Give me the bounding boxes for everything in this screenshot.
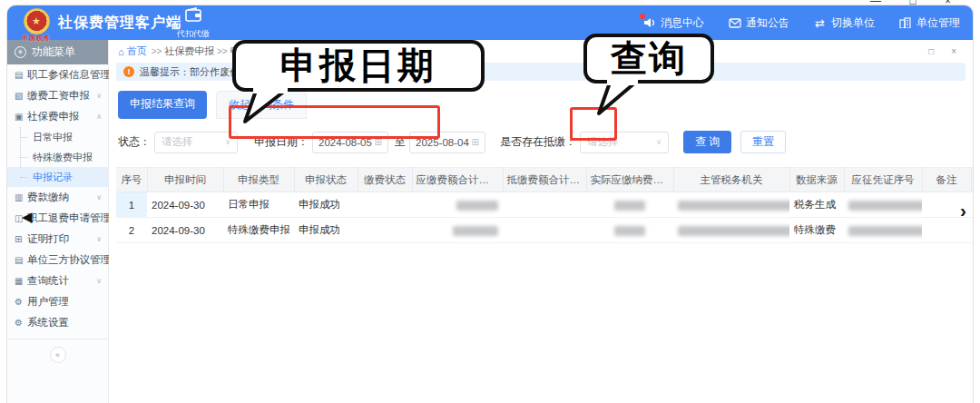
table-cell: 特殊缴费申报 bbox=[223, 218, 294, 243]
chevron-down-icon: ∨ bbox=[96, 92, 102, 100]
query-callout-bubble: 查询 bbox=[583, 34, 714, 84]
sidebar-item-4[interactable]: ▥费款缴纳∨ bbox=[7, 187, 108, 208]
topnav-withholding[interactable]: 代扣代缴 bbox=[169, 7, 218, 40]
redacted-value bbox=[848, 201, 922, 211]
topnav-unit-management-label: 单位管理 bbox=[916, 15, 960, 31]
column-header: 实际应缴纳费额合计（... bbox=[586, 168, 673, 192]
sidebar-item-9[interactable]: ⚙用户管理 bbox=[7, 291, 108, 312]
reset-button[interactable]: 重置 bbox=[740, 131, 786, 153]
topnav-message-center[interactable]: 消息中心 bbox=[642, 15, 704, 31]
chevron-down-icon: ∨ bbox=[656, 138, 662, 146]
table-cell bbox=[673, 218, 789, 243]
table-cell: 2 bbox=[116, 218, 147, 243]
logo-caption: 中国税务 bbox=[18, 34, 54, 43]
table-header-row: 序号申报时间申报类型申报状态缴费状态应缴费额合计（元）抵缴费额合计（元）实际应缴… bbox=[116, 168, 974, 192]
sidebar-item-label: 系统设置 bbox=[27, 316, 69, 329]
main-panel: ⌂ 首页 >> 社保费申报 >> 申报记录 □ × ! 温馨提示：部分作废仅支持… bbox=[109, 40, 973, 403]
app-header: ★ 中国税务 社保费管理客户端 代扣代缴 消息中心通知公告⇄切换单位单位管理 bbox=[7, 5, 973, 40]
sidebar-item-5[interactable]: ◫职工退费申请管理◀ bbox=[7, 208, 108, 229]
sidebar-item-10[interactable]: ⚙系统设置 bbox=[7, 312, 108, 333]
chevron-down-icon: ∨ bbox=[96, 235, 102, 243]
table-cell bbox=[503, 218, 586, 243]
table-cell: 日常申报 bbox=[223, 192, 294, 218]
column-header: 应缴费额合计（元） bbox=[412, 168, 503, 192]
redacted-value bbox=[678, 226, 789, 236]
date-between-label: 至 bbox=[395, 134, 406, 150]
table-cell bbox=[844, 192, 922, 218]
national-emblem-icon: ★ bbox=[24, 8, 50, 34]
swap-icon: ⇄ bbox=[813, 17, 827, 29]
table-cell bbox=[586, 192, 673, 218]
column-header: 应征凭证序号 bbox=[844, 168, 922, 192]
tab-2[interactable]: 收起查询条件 bbox=[216, 91, 307, 119]
table-cell bbox=[412, 192, 503, 218]
breadcrumb-item[interactable]: 社保费申报 bbox=[164, 45, 214, 56]
home-icon: ⌂ bbox=[118, 46, 124, 57]
alert-icon: ! bbox=[123, 66, 134, 77]
sidebar-divider bbox=[7, 339, 108, 339]
sidebar-item-label: 社保费申报 bbox=[27, 110, 80, 123]
query-button[interactable]: 查 询 bbox=[683, 131, 731, 153]
filter-bar: 状态： 请选择 ∨ 申报日期： 2024-08-05 ⊞ 至 2025-08-0… bbox=[118, 131, 973, 153]
column-header: 抵缴费额合计（元） bbox=[503, 168, 586, 192]
table-cell bbox=[358, 192, 412, 218]
column-header: 申报类型 bbox=[223, 168, 294, 192]
sidebar-collapse-button[interactable]: « bbox=[50, 347, 66, 363]
panel-window-controls[interactable]: □ × bbox=[928, 46, 964, 56]
deduction-select[interactable]: 请选择 ∨ bbox=[580, 132, 669, 153]
edit-icon: ▧ bbox=[15, 91, 27, 101]
os-window-controls[interactable]: — □ × bbox=[870, 0, 964, 7]
sidebar-subitem[interactable]: 日常申报 bbox=[7, 127, 108, 147]
app-title: 社保费管理客户端 bbox=[58, 14, 181, 33]
screenshot-root: — □ × ★ 中国税务 社保费管理客户端 代扣代缴 消息中心通知公告⇄切换单位… bbox=[0, 0, 980, 403]
chevron-down-icon: ∨ bbox=[96, 277, 102, 285]
table-cell: 2024-09-30 bbox=[147, 192, 223, 218]
breadcrumb-separator: >> bbox=[214, 46, 230, 56]
table-cell: 2024-09-30 bbox=[147, 218, 223, 243]
table-cell bbox=[412, 218, 503, 243]
sidebar-submenu: 日常申报特殊缴费申报申报记录 bbox=[7, 127, 108, 187]
date-from-input[interactable]: 2024-08-05 ⊞ bbox=[312, 132, 388, 153]
table-row: 22024-09-30特殊缴费申报申报成功特殊缴费查看 bbox=[116, 218, 974, 243]
topnav-switch-unit[interactable]: ⇄切换单位 bbox=[813, 15, 875, 31]
sidebar-item-6[interactable]: ⊞证明打印∨ bbox=[7, 229, 108, 250]
redacted-value bbox=[678, 201, 789, 211]
sidebar-item-3[interactable]: ▣社保费申报∧ bbox=[7, 106, 108, 127]
calendar-icon: ⊞ bbox=[472, 137, 479, 147]
grid-icon: ▤ bbox=[15, 70, 27, 80]
table-cell: 申报成功 bbox=[294, 192, 358, 218]
tab-1[interactable]: 申报结果查询 bbox=[118, 91, 207, 119]
deduction-label: 是否存在抵缴： bbox=[500, 134, 576, 150]
doc3-icon: ▤ bbox=[15, 255, 27, 265]
sidebar-subitem[interactable]: 特殊缴费申报 bbox=[7, 147, 108, 167]
table-cell: 查看 bbox=[971, 218, 974, 243]
sidebar-subitem[interactable]: 申报记录 bbox=[7, 167, 108, 187]
topnav-unit-management[interactable]: 单位管理 bbox=[898, 15, 960, 31]
table-cell bbox=[586, 218, 673, 243]
status-select[interactable]: 请选择 ∨ bbox=[154, 132, 238, 153]
gear-icon: ⚙ bbox=[15, 297, 27, 307]
table-cell bbox=[844, 218, 922, 243]
date-to-input[interactable]: 2025-08-04 ⊞ bbox=[409, 132, 485, 153]
doc-icon: ▣ bbox=[15, 112, 27, 122]
sidebar-item-7[interactable]: ▤单位三方协议管理 bbox=[7, 250, 108, 270]
column-header: 序号 bbox=[116, 168, 147, 192]
table-cell bbox=[358, 218, 412, 243]
redacted-value bbox=[456, 201, 498, 211]
table-cell: 申报成功 bbox=[294, 218, 358, 243]
records-table: 序号申报时间申报类型申报状态缴费状态应缴费额合计（元）抵缴费额合计（元）实际应缴… bbox=[116, 167, 974, 243]
notification-badge-dot bbox=[640, 14, 645, 19]
sidebar-header-label: 功能菜单 bbox=[32, 44, 75, 60]
speaker-icon bbox=[642, 17, 656, 29]
breadcrumb-home[interactable]: ⌂ 首页 bbox=[118, 44, 147, 58]
topnav-announcements[interactable]: 通知公告 bbox=[728, 15, 789, 31]
chevron-up-icon: ∧ bbox=[96, 113, 102, 121]
redacted-value bbox=[614, 201, 645, 211]
topnav-message-center-label: 消息中心 bbox=[661, 15, 704, 31]
table-cell bbox=[673, 192, 789, 218]
scroll-right-chevron[interactable]: › bbox=[960, 200, 966, 221]
sidebar-item-1[interactable]: ▤职工参保信息管理 bbox=[7, 64, 108, 85]
redacted-value bbox=[848, 226, 922, 236]
sidebar-item-2[interactable]: ▧缴费工资申报∨ bbox=[7, 85, 108, 106]
sidebar-item-8[interactable]: ▦查询统计∨ bbox=[7, 270, 108, 291]
